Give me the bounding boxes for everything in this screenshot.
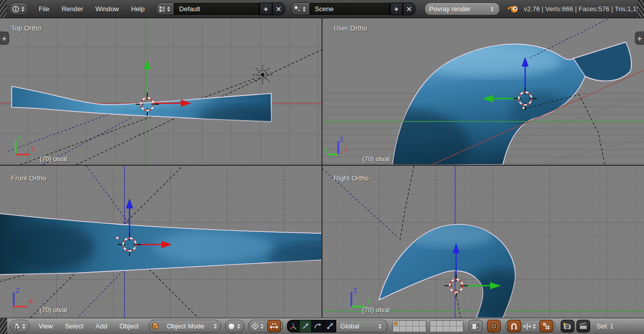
layer-cell-3[interactable] xyxy=(406,321,413,326)
layer-cell-15[interactable] xyxy=(420,326,426,332)
updown-arrows-icon xyxy=(167,7,170,12)
layer-cell-2[interactable] xyxy=(400,321,406,326)
object-origin-dot xyxy=(522,106,525,109)
viewport-label: Right Ortho xyxy=(334,174,369,182)
updown-arrows-icon xyxy=(378,324,381,329)
viewport-top-canvas[interactable] xyxy=(0,18,321,165)
axes-tripod-icon xyxy=(289,322,297,330)
layout-icon xyxy=(158,6,166,13)
viewport-object-info: (70) otval xyxy=(40,306,67,314)
window-resize-grip[interactable] xyxy=(0,318,7,334)
layers-widget xyxy=(393,320,464,332)
snap-increment-icon xyxy=(523,323,531,330)
menu-view[interactable]: View xyxy=(33,322,59,330)
layer-cell-19[interactable] xyxy=(450,326,457,332)
manipulator-type-group: Global xyxy=(287,320,388,332)
viewport-right-ortho: Right Ortho (70) otval Z Y xyxy=(323,166,644,318)
window-resize-grip[interactable] xyxy=(0,0,7,18)
snap-element-dropdown[interactable] xyxy=(522,320,539,332)
manipulator-axes-button[interactable] xyxy=(287,320,300,332)
proportional-edit-button[interactable] xyxy=(487,320,501,332)
viewport-top-ortho: + Top Ortho (70) otval Y X xyxy=(0,18,321,165)
layers-group-1 xyxy=(393,320,427,332)
layout-add-button[interactable]: + xyxy=(260,3,272,15)
selection-count: Sel: 1 xyxy=(597,322,614,330)
viewport-right-canvas[interactable] xyxy=(323,166,644,318)
layout-browse-button[interactable] xyxy=(156,3,174,15)
toolshelf-open-tab[interactable]: + xyxy=(0,32,9,45)
snap-toggle-button[interactable] xyxy=(507,320,521,332)
layer-cell-16[interactable] xyxy=(430,326,437,332)
viewport-shading-dropdown[interactable] xyxy=(225,320,244,332)
info-icon xyxy=(12,5,20,13)
menu-help[interactable]: Help xyxy=(125,5,151,13)
layer-cell-13[interactable] xyxy=(406,326,413,332)
layer-cell-9[interactable] xyxy=(450,321,457,326)
pivot-point-dropdown[interactable] xyxy=(250,320,267,332)
manipulator-toggle-button[interactable] xyxy=(267,320,281,332)
object-mode-cube-icon xyxy=(151,322,159,330)
window-resize-grip[interactable] xyxy=(637,0,644,18)
layer-cell-4[interactable] xyxy=(413,321,420,326)
layout-delete-button[interactable]: ✕ xyxy=(272,3,285,15)
pivot-point-icon xyxy=(251,322,259,330)
layer-cell-5[interactable] xyxy=(420,321,426,326)
scale-arrow-icon xyxy=(326,322,334,330)
snap-target-icon xyxy=(542,322,550,330)
menu-select[interactable]: Select xyxy=(59,322,89,330)
updown-arrows-icon xyxy=(303,7,306,12)
opengl-render-animation-button[interactable] xyxy=(576,320,590,332)
layer-cell-17[interactable] xyxy=(437,326,443,332)
scene-icon xyxy=(294,5,301,13)
editor-type-selector-3dview[interactable] xyxy=(10,320,29,332)
quad-view-area: + Top Ortho (70) otval Y X xyxy=(0,18,644,318)
magnet-icon xyxy=(510,322,518,330)
opengl-render-image-button[interactable] xyxy=(561,320,574,332)
menu-add[interactable]: Add xyxy=(89,322,113,330)
snap-target-button[interactable] xyxy=(539,320,553,332)
menu-file[interactable]: File xyxy=(33,5,55,13)
topbar-menus: File Render Window Help xyxy=(33,5,151,13)
layer-cell-10[interactable] xyxy=(457,321,463,326)
view3d-header: View Select Add Object Object Mode xyxy=(0,318,644,334)
layer-cell-11[interactable] xyxy=(393,326,400,332)
properties-open-tab[interactable]: + xyxy=(635,32,644,45)
scene-delete-button[interactable]: ✕ xyxy=(403,3,415,15)
viewport-object-info: (70) otval xyxy=(362,155,390,163)
rotate-manipulator-button[interactable] xyxy=(312,320,324,332)
menu-window[interactable]: Window xyxy=(89,5,125,13)
proportional-edit-donut-icon xyxy=(490,322,498,330)
transform-orientation-dropdown[interactable]: Global xyxy=(336,320,388,332)
translate-manipulator-button[interactable] xyxy=(300,320,312,332)
scene-name-field[interactable]: Scene xyxy=(310,3,390,15)
viewport-label: Front Ortho xyxy=(11,174,46,182)
updown-arrows-icon xyxy=(214,324,217,329)
scene-browse-button[interactable] xyxy=(291,3,310,15)
viewport-user-canvas[interactable] xyxy=(323,18,644,165)
layer-cell-14[interactable] xyxy=(413,326,420,332)
menu-render[interactable]: Render xyxy=(55,5,89,13)
layer-cell-8[interactable] xyxy=(443,321,450,326)
layer-cell-12[interactable] xyxy=(400,326,406,332)
layer-cell-1[interactable] xyxy=(393,321,400,326)
menu-object[interactable]: Object xyxy=(113,322,145,330)
editor-type-selector-info[interactable] xyxy=(9,3,28,15)
mode-value: Object Mode xyxy=(167,322,204,330)
layout-name-field[interactable]: Default xyxy=(174,3,260,15)
scale-manipulator-button[interactable] xyxy=(324,320,336,332)
translate-arrow-icon xyxy=(302,322,309,330)
viewport-front-canvas[interactable] xyxy=(0,166,321,318)
viewport-object-info: (70) otval xyxy=(362,306,390,314)
layer-cell-18[interactable] xyxy=(443,326,450,332)
render-engine-dropdown[interactable]: Povray render xyxy=(425,3,500,15)
layer-cell-7[interactable] xyxy=(437,321,443,326)
scene-lock-button[interactable] xyxy=(469,320,482,332)
scene-selector: Scene + ✕ xyxy=(291,3,415,15)
scene-add-button[interactable]: + xyxy=(390,3,403,15)
pivot-manipulator-group xyxy=(248,320,283,332)
layer-cell-20[interactable] xyxy=(457,326,463,332)
layer-cell-6[interactable] xyxy=(430,321,437,326)
viewport-object-info: (70) otval xyxy=(40,155,67,163)
updown-arrows-icon xyxy=(21,7,24,12)
mode-dropdown[interactable]: Object Mode xyxy=(149,320,221,332)
